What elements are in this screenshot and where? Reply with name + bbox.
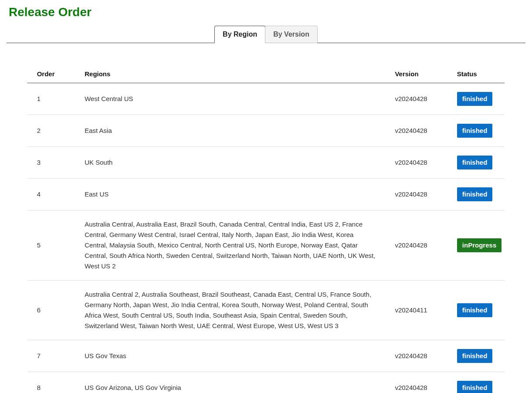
cell-status: finished — [447, 115, 505, 147]
status-badge: finished — [457, 187, 493, 201]
cell-regions: East Asia — [75, 115, 385, 147]
cell-regions: Australia Central 2, Australia Southeast… — [75, 281, 385, 340]
tab-by-version[interactable]: By Version — [265, 26, 318, 43]
cell-order: 3 — [27, 147, 75, 179]
table-row: 5Australia Central, Australia East, Braz… — [27, 210, 505, 281]
table-row: 8US Gov Arizona, US Gov Virginiav2024042… — [27, 372, 505, 393]
cell-regions: UK South — [75, 147, 385, 179]
cell-status: finished — [447, 372, 505, 393]
page-title: Release Order — [9, 5, 525, 19]
cell-status: finished — [447, 179, 505, 210]
cell-version: v20240428 — [385, 372, 447, 393]
col-header-regions: Regions — [75, 65, 385, 83]
cell-regions: Australia Central, Australia East, Brazi… — [75, 210, 385, 281]
cell-version: v20240428 — [385, 115, 447, 147]
cell-version: v20240428 — [385, 83, 447, 115]
table-row: 2East Asiav20240428finished — [27, 115, 505, 147]
status-badge: finished — [457, 156, 493, 169]
status-badge: inProgress — [457, 238, 502, 252]
cell-status: finished — [447, 340, 505, 372]
cell-version: v20240428 — [385, 340, 447, 372]
table-row: 7US Gov Texasv20240428finished — [27, 340, 505, 372]
status-badge: finished — [457, 124, 493, 138]
table-row: 6Australia Central 2, Australia Southeas… — [27, 281, 505, 340]
cell-status: inProgress — [447, 210, 505, 281]
col-header-version: Version — [385, 65, 447, 83]
cell-version: v20240428 — [385, 179, 447, 210]
status-badge: finished — [457, 349, 493, 363]
cell-version: v20240428 — [385, 147, 447, 179]
tab-by-region[interactable]: By Region — [214, 26, 265, 43]
cell-order: 4 — [27, 179, 75, 210]
cell-regions: West Central US — [75, 83, 385, 115]
table-row: 4East USv20240428finished — [27, 179, 505, 210]
cell-order: 2 — [27, 115, 75, 147]
cell-order: 1 — [27, 83, 75, 115]
col-header-order: Order — [27, 65, 75, 83]
cell-status: finished — [447, 147, 505, 179]
cell-order: 5 — [27, 210, 75, 281]
status-badge: finished — [457, 92, 493, 106]
cell-regions: East US — [75, 179, 385, 210]
cell-order: 7 — [27, 340, 75, 372]
table-row: 3UK Southv20240428finished — [27, 147, 505, 179]
cell-order: 8 — [27, 372, 75, 393]
cell-status: finished — [447, 281, 505, 340]
release-order-table: Order Regions Version Status 1West Centr… — [27, 65, 505, 393]
status-badge: finished — [457, 303, 493, 317]
col-header-status: Status — [447, 65, 505, 83]
table-row: 1West Central USv20240428finished — [27, 83, 505, 115]
cell-regions: US Gov Arizona, US Gov Virginia — [75, 372, 385, 393]
cell-regions: US Gov Texas — [75, 340, 385, 372]
tabs-container: By Region By Version — [7, 25, 525, 43]
cell-order: 6 — [27, 281, 75, 340]
status-badge: finished — [457, 381, 493, 393]
cell-status: finished — [447, 83, 505, 115]
cell-version: v20240411 — [385, 281, 447, 340]
table-header-row: Order Regions Version Status — [27, 65, 505, 83]
cell-version: v20240428 — [385, 210, 447, 281]
